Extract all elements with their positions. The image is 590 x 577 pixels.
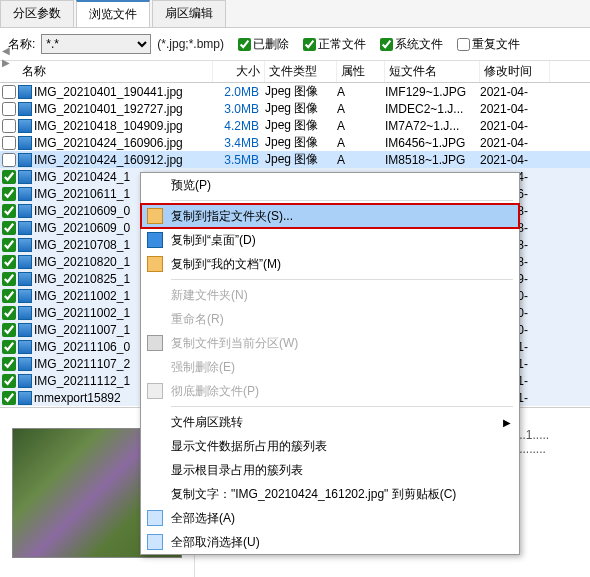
file-icon (18, 391, 32, 405)
file-icon (18, 85, 32, 99)
row-checkbox[interactable] (2, 340, 16, 354)
name-filter-select[interactable]: *.* (41, 34, 151, 54)
file-short: IM8518~1.JPG (385, 153, 480, 167)
col-type[interactable]: 文件类型 (265, 61, 337, 82)
grid-header: 名称 大小 文件类型 属性 短文件名 修改时间 (0, 61, 590, 83)
row-checkbox[interactable] (2, 323, 16, 337)
chk-system[interactable]: 系统文件 (380, 36, 443, 53)
col-attr[interactable]: 属性 (337, 61, 385, 82)
nav-back-icon[interactable]: ◀ (2, 46, 10, 56)
row-checkbox[interactable] (2, 391, 16, 405)
file-attr: A (337, 136, 385, 150)
file-icon (18, 289, 32, 303)
file-name: IMG_20210401_190441.jpg (34, 85, 213, 99)
file-date: 2021-04- (480, 119, 550, 133)
row-checkbox[interactable] (2, 102, 16, 116)
table-row[interactable]: IMG_20210418_104909.jpg4.2MBJpeg 图像AIM7A… (0, 117, 590, 134)
menu-root-cluster[interactable]: 显示根目录占用的簇列表 (141, 458, 519, 482)
tab-partition[interactable]: 分区参数 (0, 0, 74, 27)
menu-preview[interactable]: 预览(P) (141, 173, 519, 197)
menu-perm-delete: 彻底删除文件(P) (141, 379, 519, 403)
file-size: 2.0MB (213, 85, 265, 99)
file-date: 2021-04- (480, 153, 550, 167)
menu-copy-docs[interactable]: 复制到“我的文档”(M) (141, 252, 519, 276)
row-checkbox[interactable] (2, 289, 16, 303)
file-name: IMG_20210401_192727.jpg (34, 102, 213, 116)
file-type: Jpeg 图像 (265, 83, 337, 100)
file-icon (18, 204, 32, 218)
file-icon (18, 221, 32, 235)
file-icon (18, 340, 32, 354)
menu-copy-to[interactable]: 复制到指定文件夹(S)... (141, 204, 519, 228)
menu-new-folder: 新建文件夹(N) (141, 283, 519, 307)
row-checkbox[interactable] (2, 306, 16, 320)
context-menu: 预览(P) 复制到指定文件夹(S)... 复制到“桌面”(D) 复制到“我的文档… (140, 172, 520, 555)
row-checkbox[interactable] (2, 221, 16, 235)
file-icon (18, 238, 32, 252)
chk-deleted[interactable]: 已删除 (238, 36, 289, 53)
file-icon (18, 153, 32, 167)
row-checkbox[interactable] (2, 204, 16, 218)
ext-hint: (*.jpg;*.bmp) (157, 37, 224, 51)
menu-cluster-list[interactable]: 显示文件数据所占用的簇列表 (141, 434, 519, 458)
row-checkbox[interactable] (2, 255, 16, 269)
tab-sector[interactable]: 扇区编辑 (152, 0, 226, 27)
row-checkbox[interactable] (2, 170, 16, 184)
file-name: IMG_20210424_160912.jpg (34, 153, 213, 167)
row-checkbox[interactable] (2, 153, 16, 167)
nav-fwd-icon[interactable]: ▶ (2, 58, 10, 68)
file-icon (18, 102, 32, 116)
chk-normal[interactable]: 正常文件 (303, 36, 366, 53)
row-checkbox[interactable] (2, 136, 16, 150)
file-date: 2021-04- (480, 102, 550, 116)
file-icon (18, 119, 32, 133)
tab-bar: 分区参数 浏览文件 扇区编辑 (0, 0, 590, 28)
file-name: IMG_20210418_104909.jpg (34, 119, 213, 133)
file-attr: A (337, 119, 385, 133)
file-short: IM7A72~1.J... (385, 119, 480, 133)
row-checkbox[interactable] (2, 272, 16, 286)
file-size: 3.0MB (213, 102, 265, 116)
file-icon (18, 187, 32, 201)
file-date: 2021-04- (480, 136, 550, 150)
file-type: Jpeg 图像 (265, 100, 337, 117)
table-row[interactable]: IMG_20210424_160906.jpg3.4MBJpeg 图像AIM64… (0, 134, 590, 151)
menu-select-all[interactable]: 全部选择(A) (141, 506, 519, 530)
file-short: IMDEC2~1.J... (385, 102, 480, 116)
table-row[interactable]: IMG_20210424_160912.jpg3.5MBJpeg 图像AIM85… (0, 151, 590, 168)
row-checkbox[interactable] (2, 238, 16, 252)
documents-icon (147, 256, 163, 272)
filter-bar: 名称: *.* (*.jpg;*.bmp) 已删除 正常文件 系统文件 重复文件 (0, 28, 590, 61)
col-date[interactable]: 修改时间 (480, 61, 550, 82)
menu-copy-partition: 复制文件到当前分区(W) (141, 331, 519, 355)
file-type: Jpeg 图像 (265, 151, 337, 168)
row-checkbox[interactable] (2, 357, 16, 371)
col-size[interactable]: 大小 (213, 61, 265, 82)
col-name[interactable]: 名称 (18, 61, 213, 82)
hex-ascii-1: ...1..... (516, 428, 549, 442)
delete-icon (147, 383, 163, 399)
file-size: 3.4MB (213, 136, 265, 150)
file-short: IMF129~1.JPG (385, 85, 480, 99)
col-short[interactable]: 短文件名 (385, 61, 480, 82)
row-checkbox[interactable] (2, 119, 16, 133)
menu-deselect-all[interactable]: 全部取消选择(U) (141, 530, 519, 554)
file-icon (18, 323, 32, 337)
table-row[interactable]: IMG_20210401_192727.jpg3.0MBJpeg 图像AIMDE… (0, 100, 590, 117)
select-all-icon (147, 510, 163, 526)
row-checkbox[interactable] (2, 187, 16, 201)
deselect-all-icon (147, 534, 163, 550)
file-icon (18, 255, 32, 269)
menu-copy-text[interactable]: 复制文字："IMG_20210424_161202.jpg" 到剪贴板(C) (141, 482, 519, 506)
file-name: IMG_20210424_160906.jpg (34, 136, 213, 150)
table-row[interactable]: IMG_20210401_190441.jpg2.0MBJpeg 图像AIMF1… (0, 83, 590, 100)
tab-browse[interactable]: 浏览文件 (76, 0, 150, 27)
copy-icon (147, 335, 163, 351)
file-attr: A (337, 85, 385, 99)
menu-sector-jump[interactable]: 文件扇区跳转▶ (141, 410, 519, 434)
chk-dup[interactable]: 重复文件 (457, 36, 520, 53)
file-icon (18, 306, 32, 320)
menu-copy-desktop[interactable]: 复制到“桌面”(D) (141, 228, 519, 252)
row-checkbox[interactable] (2, 85, 16, 99)
row-checkbox[interactable] (2, 374, 16, 388)
